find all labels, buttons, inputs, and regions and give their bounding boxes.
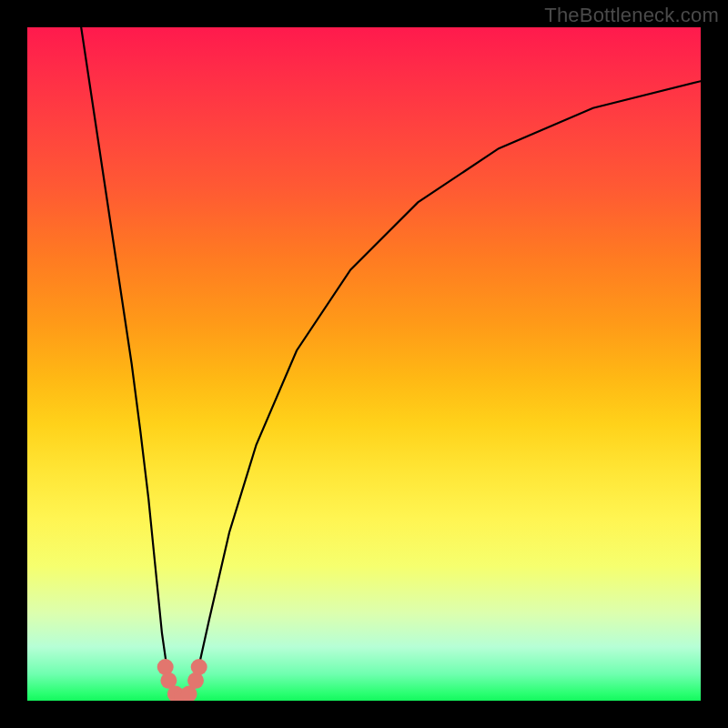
curve-marker: [191, 659, 207, 675]
curve-markers: [157, 659, 207, 701]
curve-layer: [27, 27, 701, 701]
chart-frame: TheBottleneck.com: [0, 0, 728, 728]
plot-area: [27, 27, 701, 701]
bottleneck-curve: [81, 27, 701, 701]
watermark-text: TheBottleneck.com: [544, 4, 719, 27]
